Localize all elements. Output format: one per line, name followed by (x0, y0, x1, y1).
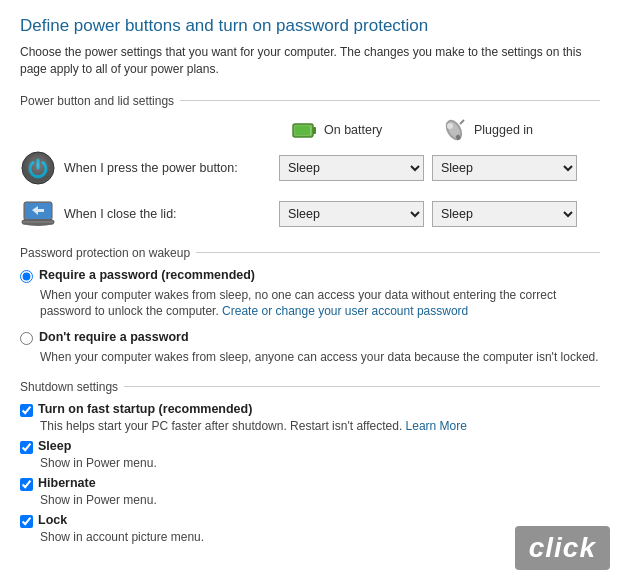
plugged-in-header: Plugged in (430, 116, 580, 144)
power-button-section-header: Power button and lid settings (20, 94, 600, 108)
fast-startup-checkbox[interactable] (20, 404, 33, 417)
no-password-option: Don't require a password (20, 330, 600, 345)
lock-desc: Show in account picture menu. (40, 530, 600, 544)
require-password-radio[interactable] (20, 270, 33, 283)
learn-more-link[interactable]: Learn More (406, 419, 467, 433)
svg-point-7 (447, 123, 453, 129)
power-button-plugged-in-select[interactable]: Sleep Do nothing Hibernate Shut down Tur… (432, 155, 577, 181)
on-battery-header: On battery (280, 116, 430, 144)
fast-startup-desc: This helps start your PC faster after sh… (40, 419, 600, 433)
power-button-row: When I press the power button: Sleep Do … (20, 150, 600, 186)
sleep-desc: Show in Power menu. (40, 456, 600, 470)
require-password-label: Require a password (recommended) (39, 268, 255, 282)
close-lid-on-battery-select[interactable]: Sleep Do nothing Hibernate Shut down Tur… (279, 201, 424, 227)
sleep-row: Sleep (20, 439, 600, 454)
lock-label: Lock (38, 513, 67, 527)
hibernate-row: Hibernate (20, 476, 600, 491)
shutdown-section-header: Shutdown settings (20, 380, 600, 394)
power-button-on-battery-select[interactable]: Sleep Do nothing Hibernate Shut down Tur… (279, 155, 424, 181)
hibernate-desc: Show in Power menu. (40, 493, 600, 507)
plugged-in-label: Plugged in (474, 123, 533, 137)
svg-rect-1 (313, 127, 316, 134)
no-password-radio[interactable] (20, 332, 33, 345)
sleep-checkbox[interactable] (20, 441, 33, 454)
svg-point-11 (24, 154, 52, 182)
lock-row: Lock (20, 513, 600, 528)
power-columns-header: On battery Plugged in (280, 116, 600, 144)
hibernate-checkbox[interactable] (20, 478, 33, 491)
fast-startup-label: Turn on fast startup (recommended) (38, 402, 252, 416)
lock-checkbox[interactable] (20, 515, 33, 528)
change-password-link[interactable]: Create or change your user account passw… (222, 304, 468, 318)
password-section-header: Password protection on wakeup (20, 246, 600, 260)
page-description: Choose the power settings that you want … (20, 44, 600, 78)
sleep-label: Sleep (38, 439, 71, 453)
fast-startup-row: Turn on fast startup (recommended) (20, 402, 600, 417)
power-button-icon (20, 150, 56, 186)
svg-rect-3 (295, 126, 310, 135)
close-lid-row: When I close the lid: Sleep Do nothing H… (20, 196, 600, 232)
require-password-option: Require a password (recommended) (20, 268, 600, 283)
close-lid-label: When I close the lid: (64, 207, 279, 221)
hibernate-label: Hibernate (38, 476, 96, 490)
svg-line-8 (460, 120, 464, 124)
page-title: Define power buttons and turn on passwor… (20, 16, 600, 36)
shutdown-settings-section: Shutdown settings Turn on fast startup (… (20, 380, 600, 544)
no-password-desc: When your computer wakes from sleep, any… (40, 349, 600, 366)
password-protection-section: Password protection on wakeup Require a … (20, 246, 600, 366)
on-battery-label: On battery (324, 123, 382, 137)
require-password-desc: When your computer wakes from sleep, no … (40, 287, 600, 321)
battery-icon (290, 116, 318, 144)
svg-rect-14 (22, 220, 54, 224)
close-lid-icon (20, 196, 56, 232)
no-password-label: Don't require a password (39, 330, 189, 344)
power-button-label: When I press the power button: (64, 161, 279, 175)
plugged-in-icon (440, 116, 468, 144)
close-lid-plugged-in-select[interactable]: Sleep Do nothing Hibernate Shut down Tur… (432, 201, 577, 227)
